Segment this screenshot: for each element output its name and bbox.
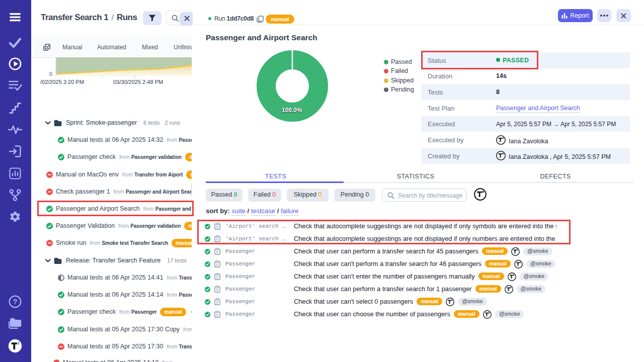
svg-text:?: ? — [13, 298, 18, 306]
